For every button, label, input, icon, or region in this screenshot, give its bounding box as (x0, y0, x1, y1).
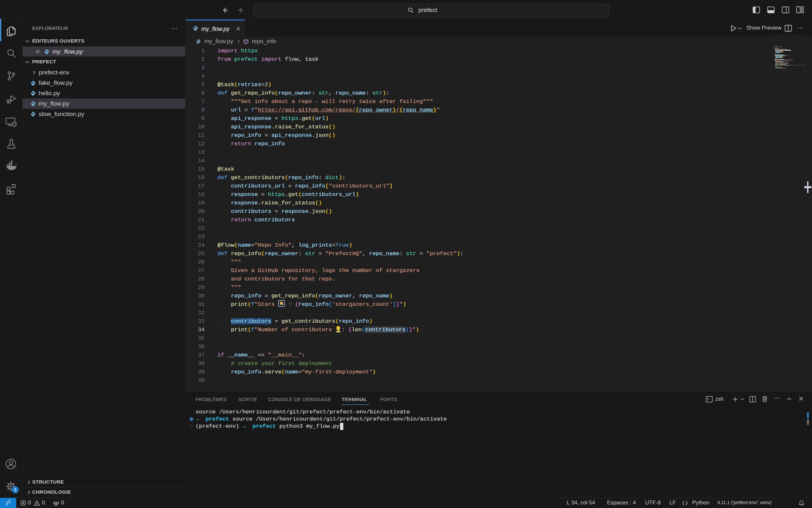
svg-text:1: 1 (14, 487, 16, 492)
